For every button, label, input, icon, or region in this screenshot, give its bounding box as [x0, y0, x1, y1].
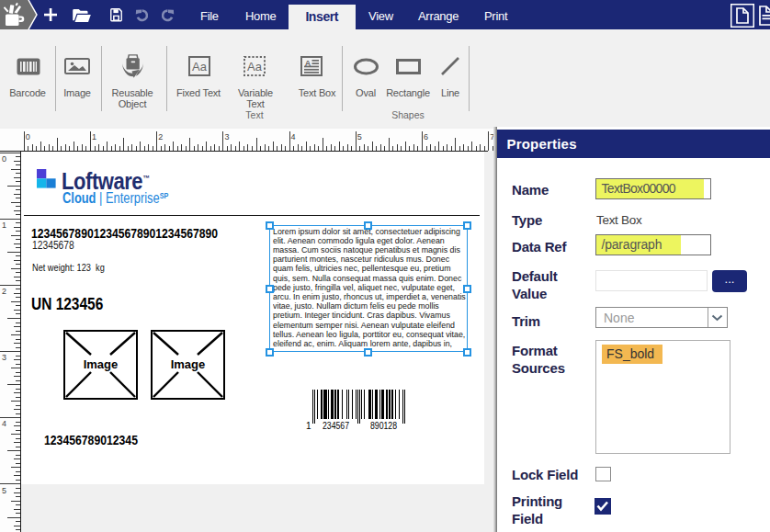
svg-text:Aa: Aa	[192, 60, 208, 74]
svg-text:Image: Image	[171, 357, 206, 371]
svg-text:Image: Image	[84, 357, 119, 371]
svg-text:Aa: Aa	[247, 60, 263, 74]
